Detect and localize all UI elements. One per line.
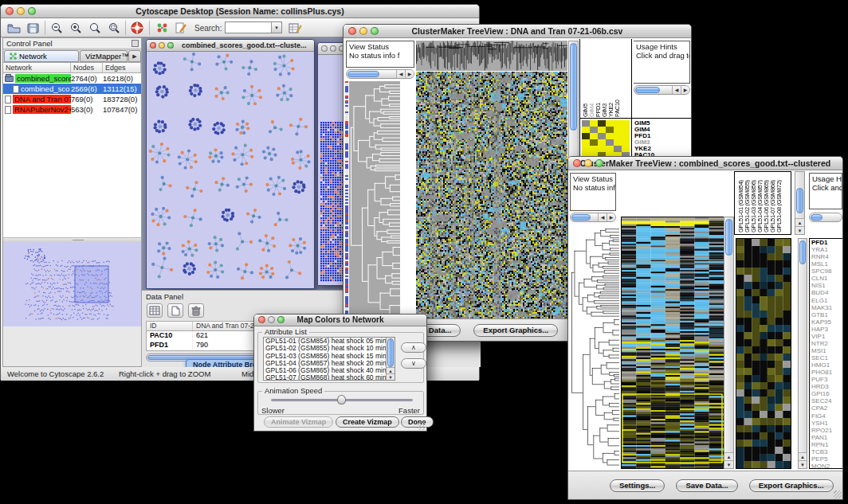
annotation-tool-button[interactable]: [174, 21, 189, 35]
combo-dropdown-button[interactable]: ▾: [271, 22, 281, 33]
gene-label[interactable]: HAP3: [811, 326, 842, 333]
minimize-button[interactable]: [359, 27, 367, 35]
network-table-row[interactable]: DNA and Tran 07769(0)183728(0): [3, 94, 141, 104]
move-up-button[interactable]: ∧: [401, 342, 426, 353]
zoom-fit-button[interactable]: [106, 21, 121, 35]
gene-label[interactable]: HRD3: [811, 383, 842, 390]
scrollbar-thumb[interactable]: [799, 240, 806, 264]
array-dendrogram-canvas[interactable]: [416, 41, 567, 71]
gene-label[interactable]: PFD1: [811, 239, 842, 246]
scrollbar-thumb[interactable]: [725, 219, 732, 256]
attribute-list-item[interactable]: GPL51-07 (GSM868) heat shock 60 min: [264, 374, 395, 381]
close-button[interactable]: [573, 159, 581, 167]
minimize-button[interactable]: [159, 42, 165, 49]
col-id[interactable]: ID: [147, 322, 193, 330]
tab-network[interactable]: Network: [4, 50, 79, 62]
scrollbar-thumb[interactable]: [347, 71, 379, 77]
gene-label[interactable]: YSH1: [811, 420, 842, 427]
float-panel-icon[interactable]: [132, 40, 139, 47]
speed-slider-thumb[interactable]: [337, 395, 346, 404]
minimize-button[interactable]: [584, 159, 592, 167]
column-label[interactable]: GPL51-03 (GSM856): [750, 180, 756, 232]
gene-label[interactable]: RPN1: [811, 441, 842, 448]
zoom-in-button[interactable]: [68, 21, 83, 35]
gene-label[interactable]: VIP1: [811, 333, 842, 340]
gene-label[interactable]: PUF3: [811, 376, 842, 383]
gene-label[interactable]: PAN1: [811, 434, 842, 441]
minimize-button[interactable]: [268, 316, 275, 323]
close-button[interactable]: [150, 42, 156, 49]
column-label[interactable]: PAC10: [614, 100, 620, 117]
col-nodes[interactable]: Nodes: [71, 63, 103, 72]
zoom-button[interactable]: [277, 316, 285, 323]
column-label[interactable]: YKE2: [607, 103, 614, 117]
save-button[interactable]: [26, 21, 41, 35]
column-label[interactable]: PFD1: [595, 103, 601, 117]
scroll-down-arrow[interactable]: ▼: [799, 460, 807, 468]
scroll-right-arrow[interactable]: ▶: [405, 70, 414, 78]
network-table-row[interactable]: RNAPuberNov2+563(0)107847(0): [3, 104, 141, 115]
scrollbar-thumb[interactable]: [571, 214, 591, 221]
scroll-right-arrow[interactable]: ▶: [607, 213, 615, 221]
network-table-row[interactable]: combined_scores2764(0)16218(0): [3, 73, 141, 84]
gene-label[interactable]: CPA2: [811, 404, 842, 412]
zoom-button[interactable]: [28, 7, 36, 15]
gene-label[interactable]: TCB3: [811, 448, 842, 455]
heatmap-vscrollbar[interactable]: ▲ ▼: [724, 217, 734, 469]
scrollbar-thumb[interactable]: [635, 87, 660, 93]
zoom-button[interactable]: [371, 27, 379, 35]
scrollbar-thumb[interactable]: [796, 188, 803, 213]
scroll-up-arrow[interactable]: ▲: [795, 218, 804, 226]
gene-label[interactable]: MON2: [811, 463, 842, 469]
labels-vscrollbar[interactable]: ▲ ▼: [795, 171, 805, 235]
gene-label[interactable]: MSL1: [811, 260, 842, 268]
treeview-combined-titlebar[interactable]: ClusterMaker TreeView : combined_scores_…: [568, 157, 842, 170]
tab-vizmapper[interactable]: VizMapper™: [80, 50, 128, 62]
hints-hscrollbar[interactable]: [809, 213, 842, 222]
zoom-button[interactable]: [167, 42, 174, 49]
list-vscrollbar[interactable]: ▲ ▼: [386, 338, 395, 380]
main-titlebar[interactable]: Cytoscape Desktop (Session Name: collins…: [1, 5, 479, 18]
column-label[interactable]: GPL51-01 (GSM854): [737, 180, 744, 232]
col-network[interactable]: Network: [3, 63, 71, 72]
gene-label[interactable]: PEP5: [811, 455, 842, 463]
genelist-vscrollbar[interactable]: ▲ ▼: [798, 238, 807, 469]
attribute-list[interactable]: GPL51-01 (GSM854) heat shock 05 minGPL51…: [263, 337, 395, 381]
resize-grip[interactable]: [834, 490, 842, 498]
column-label[interactable]: GIM4: [588, 104, 595, 117]
gene-label[interactable]: GPI16: [811, 390, 842, 397]
gene-label[interactable]: FIG4: [811, 412, 842, 420]
gene-label[interactable]: HMG1: [811, 361, 842, 369]
scroll-down-arrow[interactable]: ▼: [724, 460, 733, 468]
column-label[interactable]: GPL51-07 (GSM868): [769, 180, 775, 232]
dendrogram-hscrollbar[interactable]: ◀ ▶: [570, 213, 616, 222]
gene-label[interactable]: CLN1: [811, 275, 842, 282]
create-vizmap-button[interactable]: Create Vizmap: [336, 416, 399, 428]
scroll-up-arrow[interactable]: ▲: [724, 452, 733, 460]
gene-label[interactable]: NIS1: [811, 282, 842, 289]
close-button[interactable]: [258, 316, 265, 323]
gene-label[interactable]: GTB1: [811, 311, 842, 318]
gene-label[interactable]: MSI1: [811, 347, 842, 354]
network-canvas[interactable]: [147, 52, 314, 288]
column-label[interactable]: GPL51-02 (GSM855): [744, 180, 750, 232]
scroll-left-arrow[interactable]: ◀: [396, 70, 405, 78]
col-edges[interactable]: Edges: [103, 63, 141, 72]
zoom-one-button[interactable]: [87, 21, 102, 35]
help-button[interactable]: [129, 21, 144, 35]
column-label[interactable]: GIM5: [582, 104, 588, 117]
move-down-button[interactable]: ∨: [401, 358, 426, 369]
gene-dendrogram-canvas[interactable]: [349, 81, 400, 320]
close-button[interactable]: [348, 27, 356, 35]
export-graphics-button[interactable]: Export Graphics...: [473, 324, 558, 337]
open-file-button[interactable]: [6, 21, 22, 35]
scroll-left-arrow[interactable]: ◀: [598, 213, 607, 221]
gene-label[interactable]: ELG1: [811, 297, 842, 304]
gene-label[interactable]: SEC1: [811, 354, 842, 361]
network-overview-canvas[interactable]: [3, 242, 141, 326]
tab-overflow-button[interactable]: ▶: [128, 50, 141, 62]
new-attribute-button[interactable]: [167, 303, 183, 318]
gene-label[interactable]: KAP95: [811, 318, 842, 326]
scrollbar-thumb[interactable]: [811, 214, 822, 221]
column-label[interactable]: GPL51-06 (GSM865): [763, 180, 769, 232]
